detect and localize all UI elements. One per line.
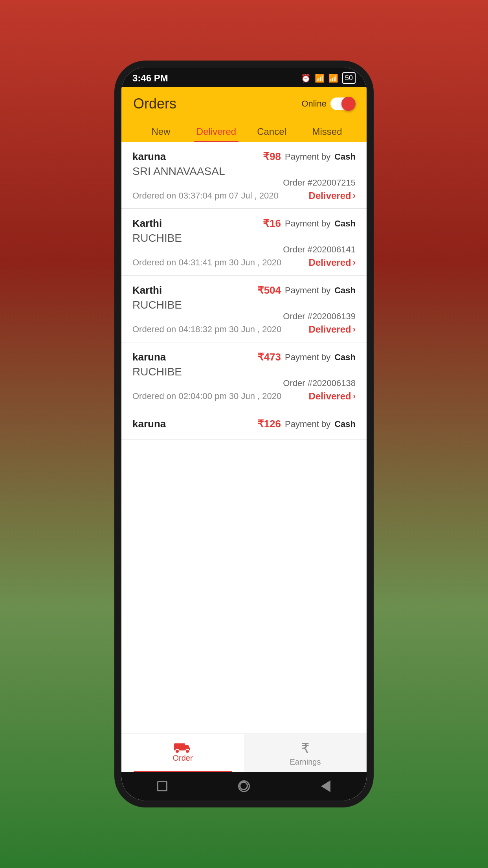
bottom-nav: Order ₹ Earnings xyxy=(121,734,367,772)
page-title: Orders xyxy=(133,96,176,112)
payment-method: Cash xyxy=(334,219,356,229)
payment-method: Cash xyxy=(334,352,356,362)
circle-icon xyxy=(238,780,250,792)
order-row3: Ordered on 03:37:04 pm 07 Jul , 2020 Del… xyxy=(132,190,356,201)
phone-screen: 3:46 PM ⏰ 📶 📶 50 Orders Online xyxy=(121,68,367,800)
order-card-1[interactable]: karuna ₹98 Payment by Cash SRI ANNAVAASA… xyxy=(121,142,367,209)
order-amount: ₹504 xyxy=(257,284,281,296)
order-number: Order #202006138 xyxy=(283,378,356,388)
toggle-track[interactable] xyxy=(330,97,355,110)
online-toggle[interactable]: Online xyxy=(301,97,355,110)
nav-order-label: Order xyxy=(172,754,193,763)
header-top: Orders Online xyxy=(133,96,355,112)
home-button[interactable] xyxy=(236,778,252,794)
payment-label: Payment by xyxy=(285,219,330,229)
restaurant-name: RUCHIBE xyxy=(132,366,356,378)
amount-payment: ₹473 Payment by Cash xyxy=(257,351,356,363)
delivered-button[interactable]: Delivered › xyxy=(309,391,356,402)
customer-name: Karthi xyxy=(132,284,162,296)
order-number: Order #202007215 xyxy=(283,178,356,188)
order-row2: Order #202007215 xyxy=(132,178,356,188)
delivered-button[interactable]: Delivered › xyxy=(309,190,356,201)
svg-point-2 xyxy=(175,749,179,753)
toggle-thumb xyxy=(341,97,356,111)
order-row3: Ordered on 04:18:32 pm 30 Jun , 2020 Del… xyxy=(132,324,356,335)
amount-payment: ₹16 Payment by Cash xyxy=(263,217,356,230)
order-row1: Karthi ₹16 Payment by Cash xyxy=(132,217,356,230)
order-row1: karuna ₹126 Payment by Cash xyxy=(132,418,356,430)
phone-frame: 3:46 PM ⏰ 📶 📶 50 Orders Online xyxy=(114,61,374,807)
order-row2: Order #202006139 xyxy=(132,311,356,322)
order-date: Ordered on 03:37:04 pm 07 Jul , 2020 xyxy=(132,191,279,201)
status-bar: 3:46 PM ⏰ 📶 📶 50 xyxy=(121,68,367,87)
order-row1: karuna ₹473 Payment by Cash xyxy=(132,351,356,363)
header: Orders Online New Delivered Cancel xyxy=(121,87,367,142)
order-card-5[interactable]: karuna ₹126 Payment by Cash xyxy=(121,409,367,440)
tab-missed[interactable]: Missed xyxy=(299,121,355,142)
delivered-button[interactable]: Delivered › xyxy=(309,324,356,335)
order-amount: ₹473 xyxy=(257,351,281,363)
recents-button[interactable] xyxy=(318,778,334,794)
square-icon xyxy=(157,781,167,791)
order-card-4[interactable]: karuna ₹473 Payment by Cash RUCHIBE Orde… xyxy=(121,342,367,409)
online-label: Online xyxy=(301,99,327,109)
battery-icon: 50 xyxy=(342,72,356,84)
order-card-2[interactable]: Karthi ₹16 Payment by Cash RUCHIBE Order… xyxy=(121,209,367,276)
payment-label: Payment by xyxy=(285,352,330,362)
payment-method: Cash xyxy=(334,152,356,162)
chevron-right-icon: › xyxy=(353,324,356,335)
data-icon: 📶 xyxy=(315,74,325,83)
chevron-right-icon: › xyxy=(353,257,356,268)
signal-icon: 📶 xyxy=(328,74,338,83)
triangle-icon xyxy=(321,780,330,792)
alarm-icon: ⏰ xyxy=(301,74,311,83)
payment-method: Cash xyxy=(334,419,356,429)
amount-payment: ₹98 Payment by Cash xyxy=(263,151,356,163)
nav-earnings-label: Earnings xyxy=(290,758,321,767)
order-amount: ₹126 xyxy=(257,418,281,430)
order-date: Ordered on 04:31:41 pm 30 Jun , 2020 xyxy=(132,257,281,268)
rupee-icon: ₹ xyxy=(301,740,310,756)
restaurant-name: RUCHIBE xyxy=(132,232,356,245)
tab-delivered[interactable]: Delivered xyxy=(189,121,244,142)
order-row1: karuna ₹98 Payment by Cash xyxy=(132,151,356,163)
payment-label: Payment by xyxy=(285,285,330,296)
tab-cancel[interactable]: Cancel xyxy=(244,121,299,142)
tab-new[interactable]: New xyxy=(133,121,189,142)
truck-icon xyxy=(174,740,191,754)
svg-point-3 xyxy=(185,749,189,753)
back-button[interactable] xyxy=(154,778,170,794)
restaurant-name: SRI ANNAVAASAL xyxy=(132,165,356,178)
order-date: Ordered on 02:04:00 pm 30 Jun , 2020 xyxy=(132,391,281,401)
customer-name: karuna xyxy=(132,151,166,163)
status-icons: ⏰ 📶 📶 50 xyxy=(301,72,356,84)
order-amount: ₹16 xyxy=(263,217,281,230)
order-row3: Ordered on 04:31:41 pm 30 Jun , 2020 Del… xyxy=(132,257,356,268)
customer-name: Karthi xyxy=(132,217,162,230)
order-row1: Karthi ₹504 Payment by Cash xyxy=(132,284,356,296)
order-row2: Order #202006138 xyxy=(132,378,356,388)
order-list: karuna ₹98 Payment by Cash SRI ANNAVAASA… xyxy=(121,142,367,734)
customer-name: karuna xyxy=(132,351,166,363)
status-time: 3:46 PM xyxy=(132,73,168,84)
nav-earnings[interactable]: ₹ Earnings xyxy=(244,734,367,772)
amount-payment: ₹504 Payment by Cash xyxy=(257,284,356,296)
order-date: Ordered on 04:18:32 pm 30 Jun , 2020 xyxy=(132,324,281,335)
amount-payment: ₹126 Payment by Cash xyxy=(257,418,356,430)
order-card-3[interactable]: Karthi ₹504 Payment by Cash RUCHIBE Orde… xyxy=(121,276,367,342)
order-number: Order #202006139 xyxy=(283,311,356,322)
tabs-bar: New Delivered Cancel Missed xyxy=(133,121,355,142)
chevron-right-icon: › xyxy=(353,391,356,401)
nav-order[interactable]: Order xyxy=(121,734,244,772)
delivered-button[interactable]: Delivered › xyxy=(309,257,356,268)
chevron-right-icon: › xyxy=(353,191,356,201)
order-number: Order #202006141 xyxy=(283,245,356,255)
customer-name: karuna xyxy=(132,418,166,430)
payment-label: Payment by xyxy=(285,419,330,429)
order-row2: Order #202006141 xyxy=(132,245,356,255)
order-amount: ₹98 xyxy=(263,151,281,163)
system-nav-bar xyxy=(121,772,367,800)
svg-rect-0 xyxy=(174,743,185,750)
order-row3: Ordered on 02:04:00 pm 30 Jun , 2020 Del… xyxy=(132,391,356,402)
restaurant-name: RUCHIBE xyxy=(132,299,356,311)
